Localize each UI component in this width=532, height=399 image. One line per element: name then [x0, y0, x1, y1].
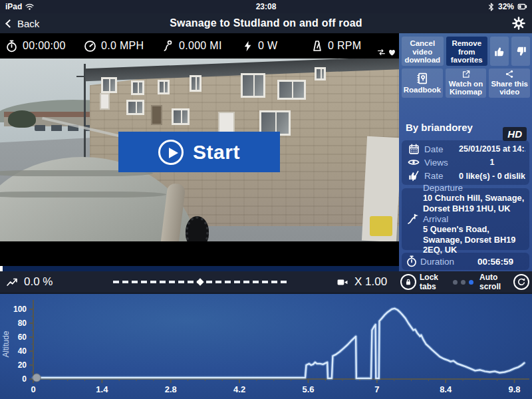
roadbook-icon	[416, 72, 428, 84]
video-white-door	[218, 112, 235, 134]
power-value: 0 W	[258, 40, 277, 52]
roadbook-button[interactable]: Roadbook	[402, 68, 443, 98]
thumbs-down-button[interactable]	[511, 37, 530, 66]
lock-icon	[404, 277, 413, 287]
views-value: 1	[459, 158, 525, 167]
video-porch-door	[100, 93, 110, 110]
heart-icon	[388, 48, 396, 57]
watch-on-kinomap-button[interactable]: Watch on Kinomap	[446, 68, 487, 98]
svg-text:8.4: 8.4	[440, 384, 452, 394]
altitude-chart[interactable]: 01.42.84.25.678.49.8020406080100Altitude	[0, 293, 532, 399]
departure-address: 10 Church Hill, Swanage, Dorset BH19 1HU…	[423, 193, 525, 214]
trend-icon	[7, 276, 19, 288]
sidebar: Cancel video download Remove from favori…	[399, 33, 532, 271]
video-bike-tire	[186, 216, 209, 241]
rate-value: 0 like(s) - 0 dislike...	[459, 172, 525, 181]
svg-text:60: 60	[18, 332, 27, 342]
route-panel: Departure 10 Church Hill, Swanage, Dorse…	[402, 188, 529, 250]
calendar-icon	[408, 144, 420, 155]
rate-row: Rate 0 like(s) - 0 dislike...	[406, 170, 525, 183]
share-icon	[503, 70, 515, 78]
svg-text:4.2: 4.2	[233, 384, 245, 394]
svg-text:7: 7	[374, 384, 379, 394]
page-dot-2[interactable]	[461, 280, 466, 285]
arrival-label: Arrival	[423, 214, 525, 224]
date-row: Date 25/01/2015 at 14:...	[406, 142, 525, 156]
speed-slider[interactable]	[113, 281, 289, 283]
remove-favorites-button[interactable]: Remove from favorites	[446, 37, 488, 66]
hd-badge: HD	[503, 127, 527, 141]
video-tree	[8, 110, 36, 128]
svg-text:80: 80	[18, 319, 27, 328]
cancel-download-button[interactable]: Cancel video download	[402, 37, 444, 66]
page-dot-3[interactable]	[469, 280, 473, 285]
control-bar: 0.0 % X 1.00 Lock tabs Auto scroll	[0, 271, 532, 293]
elapsed-time: 00:00:00	[23, 40, 66, 52]
clock: 23:08	[0, 2, 532, 11]
battery-percent: 32%	[498, 2, 514, 11]
duration-row: Duration 00:56:59	[402, 253, 529, 270]
power-icon	[242, 41, 253, 52]
speed-value: 0.0 MPH	[101, 40, 144, 52]
video-player[interactable]: Start	[0, 59, 399, 241]
svg-text:0: 0	[31, 384, 35, 394]
start-button[interactable]: Start	[118, 132, 280, 172]
stats-bar: 00:00:00 0.0 MPH 0.000 MI 0 W 0 RPM	[0, 33, 399, 59]
slope-indicator: 0.0 %	[7, 271, 53, 293]
refresh-icon	[517, 277, 526, 287]
svg-text:Altitude: Altitude	[1, 331, 11, 357]
thumb-down-icon	[515, 46, 527, 57]
stopwatch-icon	[406, 255, 418, 267]
video-info-panel: Date 25/01/2015 at 14:... Views 1 Rate 0…	[402, 140, 529, 185]
video-letterbox	[0, 241, 399, 266]
arrival-address: 5 Queen's Road, Swanage, Dorset BH19 2EQ…	[423, 224, 525, 256]
video-dark-door	[151, 105, 162, 125]
thumb-up-icon	[494, 46, 505, 57]
svg-text:1.4: 1.4	[96, 384, 108, 394]
distance-icon	[162, 40, 174, 52]
svg-text:0: 0	[22, 374, 27, 384]
page-title: Swanage to Studland on and off road	[0, 13, 532, 33]
lock-tabs-button[interactable]	[400, 274, 416, 290]
page-dots	[453, 280, 473, 285]
video-camera-icon	[336, 277, 349, 288]
views-row: Views 1	[406, 156, 525, 169]
video-grit-bin	[370, 216, 392, 236]
kinomap-app: iPad 23:08 32% Back Swanage to Studland …	[0, 0, 532, 399]
eye-icon	[408, 156, 420, 168]
video-author: By briandorey	[406, 122, 473, 133]
nav-bar: Back Swanage to Studland on and off road	[0, 13, 532, 33]
slope-value: 0.0 %	[24, 275, 53, 289]
bluetooth-icon	[487, 3, 495, 11]
svg-text:9.8: 9.8	[509, 384, 521, 394]
start-label: Start	[193, 141, 240, 164]
auto-scroll-button[interactable]	[513, 274, 529, 290]
distance-value: 0.000 MI	[179, 40, 222, 52]
speed-multiplier-value: X 1.00	[354, 275, 387, 289]
lock-tabs-label: Lock tabs	[420, 273, 447, 291]
settings-gear-icon[interactable]	[512, 17, 525, 30]
cadence-icon	[311, 40, 323, 52]
svg-text:40: 40	[18, 346, 27, 356]
video-progress-bar[interactable]	[0, 266, 399, 271]
rate-icon	[408, 170, 420, 182]
svg-text:5.6: 5.6	[302, 384, 314, 394]
share-video-button[interactable]: Share this video	[489, 68, 530, 98]
road-icon	[408, 213, 420, 225]
thumbs-up-button[interactable]	[490, 37, 509, 66]
cadence-value: 0 RPM	[328, 40, 361, 52]
auto-scroll-label: Auto scroll	[479, 273, 510, 291]
speedometer-icon	[84, 40, 96, 53]
slider-handle[interactable]	[197, 278, 204, 285]
page-dot-1[interactable]	[453, 280, 458, 285]
stopwatch-icon	[5, 40, 18, 53]
altitude-chart-svg: 01.42.84.25.678.49.8020406080100Altitude	[0, 294, 532, 399]
link-icon	[377, 48, 386, 57]
progress-marker	[0, 266, 3, 271]
date-value: 25/01/2015 at 14:...	[459, 144, 525, 154]
speed-multiplier: X 1.00	[336, 271, 387, 293]
departure-label: Departure	[423, 183, 525, 193]
duration-value: 00:56:59	[476, 257, 525, 267]
play-icon	[158, 140, 184, 165]
status-bar: iPad 23:08 32%	[0, 0, 532, 13]
